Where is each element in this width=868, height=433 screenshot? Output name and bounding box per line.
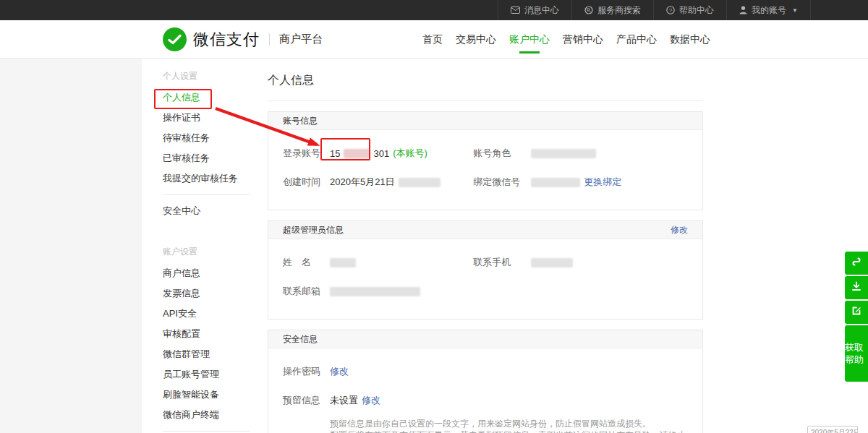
account-info-card: 账号信息 登录账号 15301 (本账号) 账号角色 [268,111,703,210]
svg-text:?: ? [669,7,672,14]
nav-home[interactable]: 首页 [422,20,443,59]
question-icon: ? [666,6,675,14]
nav-account-center[interactable]: 账户中心 [509,20,550,59]
download-button[interactable] [845,276,868,299]
sidebar-item-security-center[interactable]: 安全中心 [163,201,258,221]
card-title: 超级管理员信息 [283,224,344,236]
sidebar-item-personal-info[interactable]: 个人信息 [163,87,258,108]
nav-transaction-center[interactable]: 交易中心 [456,20,496,59]
nav-marketing-center[interactable]: 营销中心 [563,20,603,59]
sidebar-item-invoice-info[interactable]: 发票信息 [163,283,258,304]
sidebar-item-my-submitted-tasks[interactable]: 我提交的审核任务 [163,168,258,189]
wechat-pay-merchant-portal: 消息中心 服务商搜索 ? 帮助中心 我的账号 ▼ [0,0,868,433]
admin-name-redacted [330,258,356,267]
reserved-info-label: 预留信息 [283,394,330,407]
login-account-redacted [344,149,370,158]
nav-product-center[interactable]: 产品中心 [616,20,657,59]
sidebar-item-wechat-group-management[interactable]: 微信群管理 [163,344,258,364]
login-account-prefix: 15 [330,148,340,159]
topbar-provider-search[interactable]: 服务商搜索 [571,0,653,20]
topbar-item-label: 我的账号 [752,4,786,17]
page-title: 个人信息 [268,59,703,101]
card-title: 账号信息 [283,115,318,127]
created-time-redacted [399,178,441,187]
sidebar-item-reviewed-tasks[interactable]: 已审核任务 [163,148,258,168]
super-admin-card-header: 超级管理员信息 修改 [268,221,702,239]
admin-phone-label: 联系手机 [473,256,531,269]
admin-email-label: 联系邮箱 [283,285,330,298]
super-admin-card: 超级管理员信息 修改 姓 名 联系手机 联系邮箱 [268,220,703,320]
feedback-button[interactable] [845,301,868,324]
account-role-label: 账号角色 [473,147,531,160]
feedback-icon [851,305,862,320]
brand-area[interactable]: 微信支付 商户平台 [163,20,323,59]
security-info-card: 安全信息 操作密码 修改 预留信息 未设置 修改 [268,330,703,433]
brand-divider [269,33,270,46]
topbar-message-center[interactable]: 消息中心 [498,0,571,20]
get-help-button[interactable]: 获取帮助 [845,325,868,382]
admin-phone-value [531,258,573,267]
reserved-edit-link[interactable]: 修改 [362,394,380,407]
date-tooltip: 2020年5月22日 [807,426,858,433]
sidebar-item-pending-review-tasks[interactable]: 待审核任务 [163,128,258,148]
user-icon [739,6,747,14]
login-account-suffix: 301 [373,148,389,159]
sidebar-item-face-smart-device[interactable]: 刷脸智能设备 [163,385,258,405]
sidebar-divider [163,194,250,195]
rebind-link[interactable]: 更换绑定 [584,176,621,189]
password-edit-link[interactable]: 修改 [330,365,349,378]
topbar-help-center[interactable]: ? 帮助中心 [653,0,726,20]
admin-name-label: 姓 名 [283,256,330,269]
account-info-card-body: 登录账号 15301 (本账号) 账号角色 创建时间 [268,130,702,210]
sidebar-item-review-config[interactable]: 审核配置 [163,324,258,344]
topbar-my-account[interactable]: 我的账号 ▼ [726,0,811,20]
created-date: 2020年5月21日 [330,176,395,189]
admin-phone-redacted [531,258,573,267]
caret-down-icon: ▼ [792,7,798,14]
topbar-item-label: 消息中心 [524,4,559,17]
header: 微信支付 商户平台 首页 交易中心 账户中心 营销中心 产品中心 数据中心 [0,20,868,59]
mail-icon [511,7,520,14]
main-content: 个人信息 账号信息 登录账号 15301 (本账号) 账号角色 [268,59,703,433]
platform-name: 商户平台 [279,33,323,46]
security-info-card-body: 操作密码 修改 预留信息 未设置 修改 预留信息是由你自己设置的一段文字，用来鉴… [268,348,702,433]
nav-data-center[interactable]: 数据中心 [670,20,710,59]
primary-nav: 首页 交易中心 账户中心 营销中心 产品中心 数据中心 [422,20,710,59]
created-time-value: 2020年5月21日 [330,176,441,189]
sidebar-item-wechat-merchant-terminal[interactable]: 微信商户终端 [163,405,258,425]
description-line: 配置后将在首页及充值页面显示。若未看到预留信息，表明当前访问的网站存在风险，请终… [330,429,688,433]
reserved-info-description: 预留信息是由你自己设置的一段文字，用来鉴定网站身份，防止假冒网站造成损失。 配置… [330,418,688,433]
topbar: 消息中心 服务商搜索 ? 帮助中心 我的账号 ▼ [0,0,868,20]
created-time-label: 创建时间 [283,176,330,189]
sidebar-divider [163,431,250,432]
reserved-info-status: 未设置 [330,394,358,407]
description-line: 预留信息是由你自己设置的一段文字，用来鉴定网站身份，防止假冒网站造成损失。 [330,418,688,429]
bound-wechat-label: 绑定微信号 [473,176,531,189]
admin-email-value [330,287,420,296]
floating-help-bar: 获取帮助 [845,252,868,382]
admin-email-redacted [330,287,420,296]
admin-edit-link[interactable]: 修改 [671,224,688,236]
search-icon [584,6,593,14]
sidebar-group-personal-settings: 个人设置 [163,69,258,83]
bound-wechat-redacted [531,178,580,187]
hotline-link-button[interactable] [845,252,868,275]
sidebar: 个人设置 个人信息 操作证书 待审核任务 已审核任务 我提交的审核任务 安全中心… [142,59,258,433]
left-gutter [0,59,142,433]
link-icon [851,256,862,270]
sidebar-item-merchant-info[interactable]: 商户信息 [163,263,258,283]
topbar-items: 消息中心 服务商搜索 ? 帮助中心 我的账号 ▼ [498,0,811,20]
account-info-card-header: 账号信息 [268,112,702,130]
account-role-value [531,149,596,158]
login-account-value: 15301 (本账号) [330,147,427,160]
sidebar-item-staff-account-management[interactable]: 员工账号管理 [163,364,258,385]
login-account-label: 登录账号 [283,147,330,160]
sidebar-group-account-settings: 账户设置 [163,244,258,259]
sidebar-item-operation-certificate[interactable]: 操作证书 [163,108,258,128]
sidebar-item-api-security[interactable]: API安全 [163,304,258,324]
security-info-card-header: 安全信息 [268,330,702,348]
wechat-pay-logo-icon [163,27,187,51]
admin-name-value [330,258,356,267]
card-title: 安全信息 [283,333,318,346]
bound-wechat-value: 更换绑定 [531,176,621,189]
